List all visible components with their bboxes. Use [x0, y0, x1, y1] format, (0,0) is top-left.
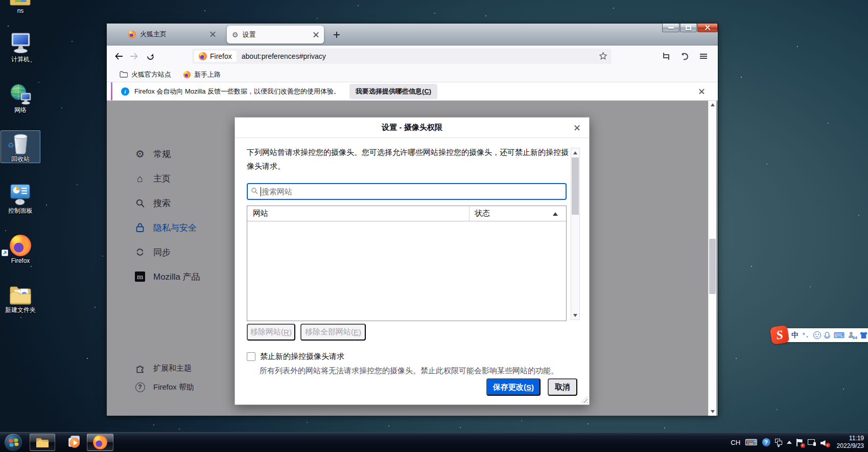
site-search-input[interactable]: [262, 187, 562, 196]
close-button[interactable]: [697, 24, 718, 32]
dialog-close-icon[interactable]: [574, 125, 581, 131]
tab-firefox-home[interactable]: 火狐主页: [123, 24, 221, 45]
desktop-icon-computer[interactable]: 计算机: [1, 31, 40, 63]
menu-button[interactable]: [697, 50, 710, 62]
table-header: 网站 状态: [247, 206, 566, 221]
site-search-box: [247, 183, 567, 200]
bookmark-label: 火狐官方站点: [131, 70, 171, 79]
maximize-icon: [686, 26, 691, 30]
block-new-requests-checkbox[interactable]: [247, 352, 255, 361]
taskbar-clock[interactable]: 11:19 2022/9/23: [837, 435, 864, 450]
desktop-icon-control-panel[interactable]: 控制面板: [1, 183, 40, 214]
action-center-flag-icon[interactable]: [796, 439, 803, 446]
taskbar-media-player-button[interactable]: [64, 434, 85, 451]
close-icon: [705, 25, 711, 31]
scroll-down-icon[interactable]: [709, 408, 716, 416]
column-header-site[interactable]: 网站: [247, 206, 470, 221]
firefox-window: 火狐主页 ⚙ 设置 Firefox about:preferences#pri: [106, 23, 718, 416]
dialog-scrollbar[interactable]: [571, 148, 580, 320]
tab-close-icon[interactable]: [210, 32, 216, 37]
notification-text: Firefox 会自动向 Mozilla 反馈一些数据，以便我们改善您的使用体验…: [134, 87, 340, 96]
volume-muted-icon[interactable]: [820, 439, 828, 446]
back-button[interactable]: [113, 50, 125, 62]
soft-keyboard-icon[interactable]: ⌨: [833, 331, 844, 340]
language-indicator[interactable]: CH: [731, 439, 740, 446]
service-24h-icon[interactable]: 24: [849, 332, 856, 339]
gear-favicon-icon: ⚙: [232, 31, 239, 39]
tab-settings[interactable]: ⚙ 设置: [227, 26, 324, 43]
desktop-icon-network[interactable]: 网络: [1, 82, 40, 114]
permissions-note: 所有列表外的网站将无法请求操控您的摄像头。禁止此权限可能会影响某些网站的功能。: [260, 366, 569, 376]
firefox-icon: [1, 233, 40, 256]
new-tab-button[interactable]: [330, 28, 343, 41]
scroll-down-icon[interactable]: [571, 311, 579, 320]
notification-action-button[interactable]: 我要选择提供哪些信息(C): [349, 84, 437, 99]
scrollbar-thumb[interactable]: [572, 157, 579, 215]
navigation-toolbar: Firefox about:preferences#privacy: [107, 46, 718, 67]
desktop-icon-firefox[interactable]: Firefox: [1, 233, 40, 264]
scroll-up-icon[interactable]: [709, 101, 716, 109]
bookmarks-toolbar: 火狐官方站点 新手上路: [107, 67, 718, 82]
shortcut-arrow-icon: [2, 250, 8, 256]
page-scrollbar[interactable]: [708, 101, 716, 416]
reload-button[interactable]: [144, 50, 156, 62]
notification-bar: i Firefox 会自动向 Mozilla 反馈一些数据，以便我们改善您的使用…: [107, 82, 718, 101]
resize-grip[interactable]: [581, 396, 588, 403]
taskbar-explorer-button[interactable]: [30, 434, 55, 451]
windows-logo-icon: [9, 438, 19, 447]
skin-icon[interactable]: [860, 332, 867, 338]
microphone-icon[interactable]: [825, 332, 829, 337]
identity-chip[interactable]: Firefox: [194, 51, 237, 62]
folder-icon: [1, 282, 40, 305]
url-text: about:preferences#privacy: [242, 52, 326, 60]
sort-ascending-icon[interactable]: [553, 212, 558, 216]
minimize-icon: [668, 27, 674, 29]
keyboard-layout-icon[interactable]: ⌨: [745, 437, 758, 448]
screenshot-icon: [662, 53, 669, 60]
notification-close-icon[interactable]: [699, 88, 706, 95]
sites-table: 网站 状态: [247, 206, 567, 321]
remove-site-button[interactable]: 移除网站(R): [247, 324, 295, 341]
desktop-icon-ns[interactable]: ns: [1, 0, 40, 14]
start-button[interactable]: [4, 433, 22, 451]
window-titlebar: 火狐主页 ⚙ 设置: [107, 24, 718, 46]
ime-toolbar: S 中 °， ⌨ 24: [772, 328, 868, 342]
screenshot-button[interactable]: [660, 50, 672, 62]
remove-all-sites-button[interactable]: 移除全部网站(E): [300, 324, 366, 341]
desktop-icon-recycle-bin[interactable]: ♻ 回收站: [1, 130, 40, 163]
scroll-up-icon[interactable]: [571, 148, 579, 157]
network-status-icon[interactable]: [808, 439, 816, 446]
scrollbar-thumb[interactable]: [709, 239, 716, 294]
address-bar[interactable]: Firefox about:preferences#privacy: [192, 49, 612, 64]
identity-label: Firefox: [210, 52, 232, 60]
ime-help-icon[interactable]: [762, 438, 770, 446]
bookmark-item-official-site[interactable]: 火狐官方站点: [120, 70, 171, 79]
desktop-icon-label: Firefox: [1, 257, 40, 264]
save-changes-button[interactable]: 保存更改(S): [486, 378, 541, 396]
minimize-button[interactable]: [662, 24, 679, 32]
emoji-icon[interactable]: [813, 331, 821, 339]
maximize-button[interactable]: [680, 24, 697, 32]
taskbar: CH ⌨ 11:19 2022/9/23: [0, 432, 868, 452]
firefox-logo-icon: [199, 52, 207, 60]
restore-session-button[interactable]: [678, 50, 691, 62]
desktop-icon-label: 计算机: [1, 56, 40, 63]
bookmark-star-icon[interactable]: [599, 52, 607, 62]
taskbar-firefox-button[interactable]: [87, 434, 113, 451]
sogou-logo-icon[interactable]: S: [770, 325, 789, 345]
punctuation-icon[interactable]: °，: [803, 331, 809, 339]
ime-mode-chinese[interactable]: 中: [791, 331, 799, 340]
show-hidden-icons-button[interactable]: [787, 441, 792, 444]
tab-close-icon[interactable]: [313, 32, 319, 37]
camera-permissions-dialog: 设置 - 摄像头权限 下列网站曾请求操控您的摄像头。您可选择允许哪些网站操控您的…: [234, 117, 590, 405]
undo-arrow-icon: [680, 52, 689, 60]
window-switcher-icon[interactable]: [775, 439, 782, 446]
muted-badge-icon: [826, 443, 830, 447]
column-header-status[interactable]: 状态: [470, 209, 566, 218]
media-player-icon: [67, 436, 82, 449]
desktop-icon-new-folder[interactable]: 新建文件夹: [1, 282, 40, 313]
cancel-button[interactable]: 取消: [548, 378, 577, 396]
bookmark-item-getting-started[interactable]: 新手上路: [183, 70, 221, 79]
alert-badge-icon: [801, 443, 805, 448]
forward-button[interactable]: [128, 50, 140, 62]
